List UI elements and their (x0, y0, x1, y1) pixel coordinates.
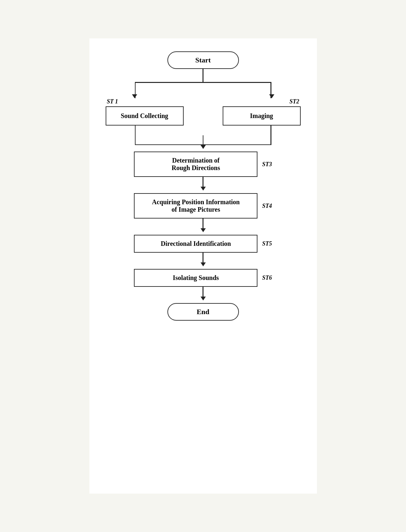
flowchart: Start ST 1 ST2 Sound Collecting Imaging (89, 38, 317, 494)
st2-label: ST2 (223, 98, 301, 105)
st3-line2: Rough Directions (172, 164, 220, 171)
arrow-st4-st5 (201, 219, 206, 232)
st3-row: Determination of Rough Directions ST3 (106, 152, 301, 177)
merge-v-left (135, 126, 136, 145)
arrow-st5-st6 (201, 253, 206, 266)
st5-box: Directional Identification (134, 235, 257, 253)
st6-box: Isolating Sounds (134, 269, 257, 287)
st1-box: Sound Collecting (106, 106, 184, 126)
end-wrapper: End (167, 303, 239, 321)
split-arrow-right (269, 94, 274, 98)
st2-box: Imaging (223, 106, 301, 126)
st3-wrapper: Determination of Rough Directions ST3 (106, 152, 301, 177)
split-h-bar (135, 82, 271, 83)
split-boxes-row: Sound Collecting Imaging (106, 106, 301, 126)
st4-label: ST4 (262, 203, 272, 209)
st1-label: ST 1 (106, 98, 184, 105)
arrow-st6-end (201, 287, 206, 300)
st5-wrapper: Directional Identification ST5 (106, 235, 301, 253)
merge-v-center (203, 135, 203, 145)
st3-line1: Determination of (172, 157, 219, 164)
st6-wrapper: Isolating Sounds ST6 (106, 269, 301, 287)
st3-label: ST3 (262, 161, 272, 168)
arrow-st3-st4 (201, 177, 206, 191)
st6-row: Isolating Sounds ST6 (106, 269, 301, 287)
end-node: End (167, 303, 239, 321)
st5-row: Directional Identification ST5 (106, 235, 301, 253)
st6-label: ST6 (262, 274, 272, 281)
st4-wrapper: Acquiring Position Information of Image … (106, 193, 301, 219)
merge-arrowhead (201, 145, 206, 149)
st4-row: Acquiring Position Information of Image … (106, 193, 301, 219)
st4-box: Acquiring Position Information of Image … (134, 193, 257, 219)
merge-connector (106, 126, 301, 145)
split-arrow-left (132, 94, 137, 98)
st3-box: Determination of Rough Directions (134, 152, 257, 177)
merge-v-right (270, 126, 271, 145)
st-label-row: ST 1 ST2 (106, 98, 301, 105)
arrow-start-to-split (203, 69, 203, 82)
st4-line2: of Image Pictures (172, 206, 220, 213)
start-node: Start (167, 51, 239, 69)
st5-label: ST5 (262, 240, 272, 247)
st4-line1: Acquiring Position Information (152, 198, 240, 206)
merge-arrow (106, 145, 301, 149)
